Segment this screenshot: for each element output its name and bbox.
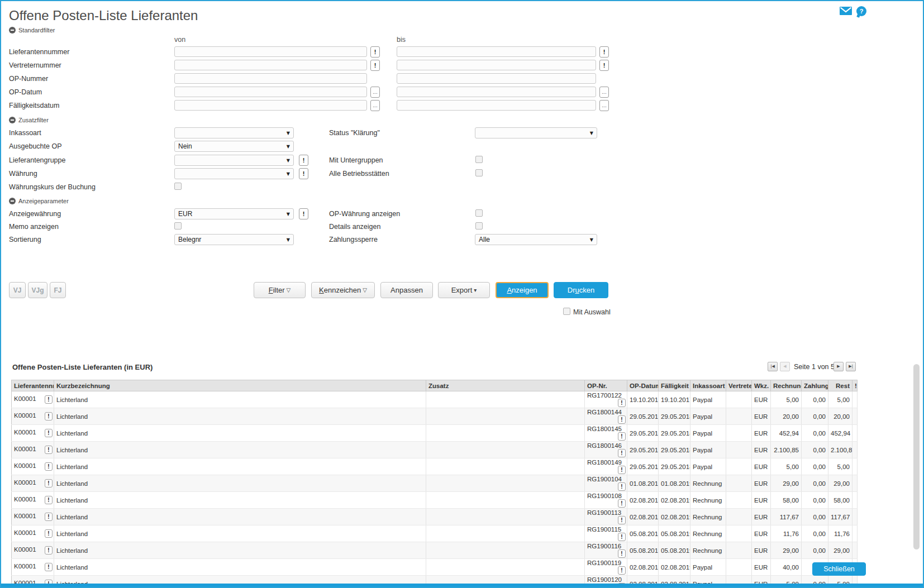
col-wkz[interactable]: Wkz. (752, 380, 771, 391)
lieferantengruppe-select[interactable]: ▼ (174, 155, 294, 166)
anzeigen-button[interactable]: Anzeigen (496, 282, 549, 298)
fj-button[interactable]: FJ (50, 282, 66, 298)
vertreternummer-von-validate-button[interactable]: ! (370, 60, 380, 71)
op-datum-von-input[interactable] (174, 87, 367, 97)
zahlungssperre-select[interactable]: Alle▼ (475, 234, 597, 245)
row-detail-button[interactable]: ! (618, 415, 626, 424)
row-detail-button[interactable]: ! (618, 533, 626, 541)
help-icon[interactable]: ? (856, 6, 866, 16)
lieferantennummer-von-input[interactable] (174, 46, 367, 57)
status-klaerung-select[interactable]: ▼ (475, 127, 597, 138)
section-standardfilter[interactable]: Standardfilter (9, 27, 55, 34)
page-prev-button[interactable]: ◀ (780, 362, 790, 371)
col-alert[interactable]: ! (852, 380, 858, 391)
drucken-button[interactable]: Drucken (554, 282, 608, 298)
col-zahlung[interactable]: Zahlung (802, 380, 828, 391)
col-zusatz[interactable]: Zusatz (426, 380, 585, 391)
op-nummer-bis-input[interactable] (397, 73, 596, 84)
alle-betriebsstaetten-checkbox[interactable] (475, 169, 483, 176)
export-button[interactable]: Export▾ (438, 282, 490, 298)
schliessen-button[interactable]: Schließen (812, 562, 866, 576)
vertreternummer-bis-validate-button[interactable]: ! (599, 60, 609, 71)
table-row[interactable]: K00001!LichterlandRG1900113!02.08.201902… (12, 509, 858, 525)
section-anzeigeparameter[interactable]: Anzeigeparameter (9, 198, 69, 204)
row-detail-button[interactable]: ! (45, 563, 53, 571)
row-detail-button[interactable]: ! (45, 529, 53, 538)
filter-button[interactable]: Filter▽ (254, 282, 306, 298)
lieferantennummer-bis-validate-button[interactable]: ! (599, 46, 609, 58)
faelligkeitsdatum-von-input[interactable] (174, 100, 367, 111)
table-row[interactable]: K00001!LichterlandRG1900116!05.08.201905… (12, 542, 858, 559)
col-op-nr[interactable]: OP-Nr. (585, 380, 627, 391)
table-row[interactable]: K00001!LichterlandRG1900119!02.08.201902… (12, 559, 858, 576)
vj-button[interactable]: VJ (9, 282, 26, 298)
waehrungskurs-checkbox[interactable] (174, 183, 182, 190)
op-datum-bis-picker-button[interactable]: ... (599, 87, 609, 98)
lieferantennummer-von-validate-button[interactable]: ! (370, 46, 380, 58)
row-detail-button[interactable]: ! (618, 466, 626, 474)
table-row[interactable]: K00001!LichterlandRG1900108!02.08.201902… (12, 492, 858, 509)
row-detail-button[interactable]: ! (45, 496, 53, 504)
table-row[interactable]: K00001!LichterlandRG1800144!29.05.201829… (12, 408, 858, 425)
kennzeichen-button[interactable]: Kennzeichen▽ (311, 282, 375, 298)
section-zusatzfilter[interactable]: Zusatzfilter (9, 117, 49, 123)
row-detail-button[interactable]: ! (618, 549, 626, 558)
table-row[interactable]: K00001!LichterlandRG1900115!05.08.201905… (12, 525, 858, 542)
col-op-datum[interactable]: OP-Datum (627, 380, 659, 391)
table-row[interactable]: K00001!LichterlandRG1800146!29.05.201829… (12, 442, 858, 458)
col-kurzbezeichnung[interactable]: Kurzbezeichnung (54, 380, 426, 391)
row-detail-button[interactable]: ! (618, 499, 626, 508)
page-first-button[interactable]: |◀ (768, 362, 778, 371)
vertreternummer-bis-input[interactable] (397, 60, 596, 70)
memo-anzeigen-checkbox[interactable] (174, 222, 182, 230)
row-detail-button[interactable]: ! (45, 429, 53, 437)
row-detail-button[interactable]: ! (45, 462, 53, 471)
row-detail-button[interactable]: ! (618, 449, 626, 457)
table-row[interactable]: K00001!LichterlandRG1700122!19.10.201719… (12, 391, 858, 408)
lieferantengruppe-validate-button[interactable]: ! (299, 155, 308, 166)
vjg-button[interactable]: VJg (28, 282, 47, 298)
col-rest[interactable]: Rest (828, 380, 852, 391)
row-detail-button[interactable]: ! (45, 446, 53, 454)
row-detail-button[interactable]: ! (618, 399, 626, 407)
row-detail-button[interactable]: ! (45, 395, 53, 404)
col-vertreter[interactable]: Vertreter (726, 380, 752, 391)
faelligkeitsdatum-bis-picker-button[interactable]: ... (599, 100, 609, 111)
row-detail-button[interactable]: ! (618, 482, 626, 491)
row-detail-button[interactable]: ! (45, 546, 53, 554)
anzeigewaehrung-select[interactable]: EUR▼ (174, 208, 294, 219)
mit-auswahl-checkbox[interactable] (563, 308, 570, 315)
lieferantennummer-bis-input[interactable] (397, 46, 596, 57)
col-lieferantennr[interactable]: Lieferantennr. (12, 380, 54, 391)
waehrung-select[interactable]: ▼ (174, 168, 294, 179)
op-datum-bis-input[interactable] (397, 87, 596, 97)
op-waehrung-anzeigen-checkbox[interactable] (475, 209, 483, 217)
row-detail-button[interactable]: ! (45, 513, 53, 521)
table-row[interactable]: K00001!LichterlandRG1900104!01.08.201901… (12, 475, 858, 492)
row-detail-button[interactable]: ! (45, 479, 53, 487)
details-anzeigen-checkbox[interactable] (475, 222, 483, 230)
mail-icon[interactable] (840, 7, 852, 17)
row-detail-button[interactable]: ! (618, 432, 626, 441)
sortierung-select[interactable]: Belegnr▼ (174, 234, 294, 245)
ausgebuchte-op-select[interactable]: Nein▼ (174, 141, 294, 152)
vertical-scrollbar[interactable] (913, 364, 920, 549)
row-detail-button[interactable]: ! (45, 412, 53, 420)
table-row[interactable]: K00001!LichterlandRG1800145!29.05.201829… (12, 425, 858, 442)
mit-untergruppen-checkbox[interactable] (475, 156, 483, 163)
faelligkeitsdatum-von-picker-button[interactable]: ... (370, 100, 380, 111)
vertreternummer-von-input[interactable] (174, 60, 367, 70)
page-last-button[interactable]: ▶| (846, 362, 856, 371)
faelligkeitsdatum-bis-input[interactable] (397, 100, 596, 111)
col-faelligkeit[interactable]: Fälligkeit (659, 380, 690, 391)
row-detail-button[interactable]: ! (618, 516, 626, 524)
anzeigewaehrung-validate-button[interactable]: ! (299, 208, 308, 219)
inkassoart-select[interactable]: ▼ (174, 127, 294, 138)
row-detail-button[interactable]: ! (618, 566, 626, 575)
table-row[interactable]: K00001!LichterlandRG1800149!29.05.201829… (12, 458, 858, 475)
waehrung-validate-button[interactable]: ! (299, 168, 308, 179)
anpassen-button[interactable]: Anpassen (380, 282, 433, 298)
op-datum-von-picker-button[interactable]: ... (370, 87, 380, 98)
col-rechnung[interactable]: Rechnung (771, 380, 802, 391)
op-nummer-von-input[interactable] (174, 73, 367, 84)
